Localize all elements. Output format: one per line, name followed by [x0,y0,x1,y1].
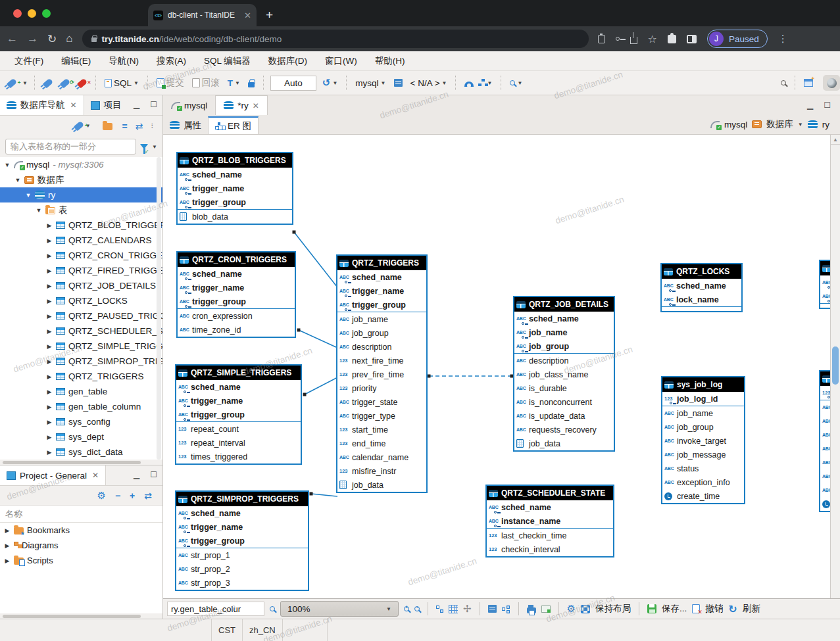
expand-arrow-icon[interactable]: ▶ [46,222,53,229]
tree-folder-tables[interactable]: ▼表 [0,202,162,218]
commit-button[interactable]: 提交 [155,76,186,90]
expand-arrow-icon[interactable]: ▶ [4,527,11,534]
entity-column[interactable]: create_time [662,489,744,503]
expand-arrow-icon[interactable]: ▶ [46,389,53,395]
entity-column[interactable]: ABCtrigger_group [176,534,308,548]
minimize-panel-icon[interactable]: ▁ [134,470,139,479]
vertical-scrollbar[interactable] [157,157,161,460]
tree-table-qrtz_simple_triggers[interactable]: ▶QRTZ_SIMPLE_TRIGGERS [0,339,162,354]
entity-qrtz_scheduler_state[interactable]: QRTZ_SCHEDULER_STATEABCsched_nameABCinst… [485,485,614,558]
rollback-button[interactable]: 回滚 [190,76,222,90]
minimize-editor-icon[interactable]: ▁ [807,101,813,110]
tree-table-sys_config[interactable]: ▶sys_config [0,414,162,429]
active-schema-select[interactable]: < N/A >▼ [408,77,449,89]
tree-table-qrtz_locks[interactable]: ▶QRTZ_LOCKS [0,293,162,308]
expand-arrow-icon[interactable]: ▶ [4,542,11,549]
entity-header[interactable] [820,371,830,386]
collapse-all-icon[interactable]: − [115,490,120,501]
breadcrumb-dropdown[interactable]: ▼ [798,122,803,128]
transaction-lock-button[interactable] [246,78,257,89]
menu-item-2[interactable]: 导航(N) [109,55,139,67]
close-tab-icon[interactable]: ✕ [244,11,251,20]
expand-arrow-icon[interactable]: ▶ [46,434,53,440]
tree-table-qrtz_paused_triggers[interactable]: ▶QRTZ_PAUSED_TRIGGERS [0,308,162,323]
scroll-up-arrow[interactable]: ▲ [831,135,840,145]
transaction-log-button[interactable]: ↺▼ [320,76,340,90]
settings-gear-icon[interactable]: ⚙ [567,603,576,615]
search-icon[interactable] [270,606,275,611]
entity-partial[interactable]: ABCABC [819,260,830,309]
entity-column[interactable]: ABCjob_name [662,406,744,420]
entity-column[interactable]: 123repeat_interval [176,436,301,450]
entity-column[interactable]: ABCstatus [662,462,744,475]
entity-qrtz_cron_triggers[interactable]: QRTZ_CRON_TRIGGERSABCsched_nameABCtrigge… [176,251,296,338]
zoom-select[interactable]: 100%▼ [280,601,399,617]
entity-header[interactable]: QRTZ_LOCKS [662,264,741,279]
connect-button[interactable] [41,79,55,87]
entity-header[interactable] [820,261,830,275]
entity-column[interactable]: ABCsched_name [176,380,301,394]
entity-column[interactable]: ABCtrigger_group [337,298,426,312]
side-panel-icon[interactable] [687,35,697,43]
editor-tab-mysql[interactable]: mysql [163,95,215,115]
minimize-window-button[interactable] [28,9,36,18]
entity-column[interactable]: ABCtrigger_state [337,395,426,409]
browser-tab[interactable]: <t> db-client - TitanIDE ✕ [148,4,257,26]
entity-column[interactable]: ABC [820,442,830,456]
entity-header[interactable]: QRTZ_SIMPROP_TRIGGERS [176,492,308,506]
entity-column[interactable]: 123job_log_id [662,392,744,406]
maximize-panel-icon[interactable]: ☐ [150,470,157,479]
subtab-properties[interactable]: 属性 [163,116,208,134]
entity-column[interactable]: ABCtrigger_group [176,408,301,421]
entity-column[interactable]: 123start_time [337,423,426,437]
menu-item-0[interactable]: 文件(F) [14,55,43,67]
entity-column[interactable]: ABClock_name [662,293,741,306]
entity-column[interactable]: 123last_checkin_time [487,529,613,542]
name-column-header[interactable]: 名称 [0,505,162,523]
entity-column[interactable]: ABCtrigger_type [337,409,426,423]
entity-column[interactable]: ABC [820,275,830,289]
menu-item-4[interactable]: SQL 编辑器 [204,55,251,67]
fit-window-icon[interactable]: ✢ [463,603,472,615]
tree-table-qrtz_calendars[interactable]: ▶QRTZ_CALENDARS [0,233,162,248]
entity-column[interactable]: ABCstr_prop_3 [176,576,308,590]
sql-editor-button[interactable]: SQL▼ [103,77,141,89]
project-item-bookmarks[interactable]: ▶Bookmarks [0,523,162,538]
disconnect-button[interactable]: ✕ [76,79,89,87]
entity-column[interactable]: ABCjob_group [337,326,426,340]
new-folder-button[interactable] [101,120,114,131]
expand-arrow-icon[interactable]: ▶ [46,419,53,425]
view-menu-icon[interactable]: ⁝ [151,122,154,130]
arrange-diagram-icon[interactable] [436,605,439,609]
export-image-icon[interactable] [541,605,551,613]
active-connection-select[interactable]: mysql▼ [353,77,387,89]
link-editor-icon[interactable]: ⇄ [136,121,143,131]
entity-qrtz_simple_triggers[interactable]: QRTZ_SIMPLE_TRIGGERSABCsched_nameABCtrig… [175,364,302,465]
project-item-diagrams[interactable]: ▶Diagrams [0,538,162,553]
link-editor-icon[interactable]: ⇄ [144,490,152,501]
entity-column[interactable]: 123prev_fire_time [337,368,426,381]
expand-arrow-icon[interactable]: ▶ [46,313,53,320]
entity-column[interactable]: blob_data [178,210,292,224]
entity-qrtz_locks[interactable]: QRTZ_LOCKSABCsched_nameABClock_name [660,263,743,312]
entity-header[interactable]: QRTZ_SCHEDULER_STATE [487,486,613,500]
entity-column[interactable]: ABCjob_name [514,325,614,339]
reconnect-button[interactable]: ⟳ [59,79,72,87]
catalog-icon-button[interactable] [392,78,405,88]
undo-label[interactable]: 撤销 [705,603,723,615]
scrollbar-handle[interactable] [832,346,839,385]
entity-column[interactable]: ABCjob_group [662,420,744,434]
entity-column[interactable]: ABCtrigger_name [176,394,301,408]
menu-item-3[interactable]: 搜索(A) [157,55,186,67]
password-key-icon[interactable] [616,37,620,41]
entity-column[interactable]: ABCtrigger_group [178,295,295,308]
new-tab-button[interactable]: + [266,8,273,22]
entity-qrtz_blob_triggers[interactable]: QRTZ_BLOB_TRIGGERSABCsched_nameABCtrigge… [176,152,293,225]
entity-qrtz_job_details[interactable]: QRTZ_JOB_DETAILSABCsched_nameABCjob_name… [513,296,615,452]
profile-paused-button[interactable]: J Paused [707,30,768,48]
entity-column[interactable]: job_data [514,437,614,450]
zoom-out-icon[interactable]: - [414,606,420,611]
breadcrumb-database[interactable]: 数据库 [766,118,793,130]
entity-column[interactable]: ABCjob_message [662,448,744,462]
save-icon[interactable] [647,604,656,613]
